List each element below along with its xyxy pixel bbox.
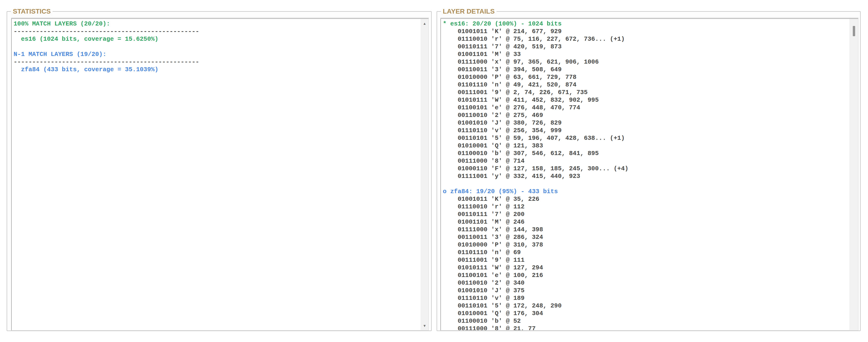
console-line: 01100101 'e' @ 100, 216 xyxy=(443,272,850,279)
console-line: 00110011 '3' @ 394, 508, 649 xyxy=(443,66,850,73)
console-line: 01001101 'M' @ 33 xyxy=(443,51,850,58)
console-line: 01000110 'F' @ 127, 158, 185, 245, 300..… xyxy=(443,165,850,172)
console-line: 00110101 '5' @ 59, 196, 407, 428, 638...… xyxy=(443,134,850,142)
console-line: 01111000 'x' @ 144, 398 xyxy=(443,226,850,233)
statistics-textarea[interactable]: 100% MATCH LAYERS (20/20):--------------… xyxy=(11,18,429,331)
console-line: 01100010 'b' @ 52 xyxy=(443,317,850,325)
statistics-scrollbar[interactable]: ▲ ▼ xyxy=(421,19,428,330)
console-line xyxy=(13,43,421,51)
console-line: 01111000 'x' @ 97, 365, 621, 906, 1006 xyxy=(443,58,850,66)
statistics-panel-title: STATISTICS xyxy=(11,7,53,16)
console-line: 01001011 'K' @ 35, 226 xyxy=(443,195,850,203)
console-line xyxy=(443,180,850,188)
console-line: 00110111 '7' @ 200 xyxy=(443,210,850,218)
console-line: 01010001 'Q' @ 121, 383 xyxy=(443,142,850,149)
console-line: 01001101 'M' @ 246 xyxy=(443,218,850,226)
console-line: 01010000 'P' @ 63, 661, 729, 778 xyxy=(443,73,850,81)
scroll-down-icon: ▼ xyxy=(423,324,426,328)
console-line: 01100101 'e' @ 276, 448, 470, 774 xyxy=(443,104,850,111)
console-line: 01001010 'J' @ 375 xyxy=(443,287,850,294)
layer-details-panel: LAYER DETAILS * es16: 20/20 (100%) - 102… xyxy=(437,11,861,331)
layer-details-scrollbar[interactable] xyxy=(849,19,858,330)
console-line: 01010001 'Q' @ 176, 304 xyxy=(443,310,850,317)
console-line: o zfa84: 19/20 (95%) - 433 bits xyxy=(443,188,850,195)
console-line: 01010000 'P' @ 310, 378 xyxy=(443,241,850,249)
console-line: 01010111 'W' @ 411, 452, 832, 902, 995 xyxy=(443,96,850,104)
console-line: 00111001 '9' @ 111 xyxy=(443,256,850,264)
console-line: 100% MATCH LAYERS (20/20): xyxy=(13,20,421,28)
console-line: 00110011 '3' @ 286, 324 xyxy=(443,233,850,241)
console-line: 01110010 'r' @ 75, 116, 227, 672, 736...… xyxy=(443,35,850,43)
statistics-panel: STATISTICS 100% MATCH LAYERS (20/20):---… xyxy=(7,11,432,331)
layer-details-console-text[interactable]: * es16: 20/20 (100%) - 1024 bits 0100101… xyxy=(441,19,850,330)
console-line: 01001010 'J' @ 380, 726, 829 xyxy=(443,119,850,127)
statistics-console-text[interactable]: 100% MATCH LAYERS (20/20):--------------… xyxy=(12,19,421,330)
console-line: 00111000 '8' @ 714 xyxy=(443,157,850,165)
console-line: * es16: 20/20 (100%) - 1024 bits xyxy=(443,20,850,28)
console-line: 01101110 'n' @ 69 xyxy=(443,249,850,256)
console-line: N-1 MATCH LAYERS (19/20): xyxy=(13,51,421,58)
console-line: 01110110 'v' @ 189 xyxy=(443,294,850,302)
layer-details-textarea[interactable]: * es16: 20/20 (100%) - 1024 bits 0100101… xyxy=(440,18,859,331)
scrollbar-thumb[interactable] xyxy=(853,26,855,36)
console-line: zfa84 (433 bits, coverage = 35.1039%) xyxy=(13,66,421,73)
console-line: 00110010 '2' @ 340 xyxy=(443,279,850,287)
console-line: 00110101 '5' @ 172, 248, 290 xyxy=(443,302,850,310)
console-line: 01110010 'r' @ 112 xyxy=(443,203,850,210)
console-line: 01110110 'v' @ 256, 354, 999 xyxy=(443,127,850,134)
console-line: ----------------------------------------… xyxy=(13,28,421,35)
scroll-up-icon: ▲ xyxy=(423,22,426,26)
scroll-down-button[interactable]: ▼ xyxy=(421,322,428,329)
console-line: 01010111 'W' @ 127, 294 xyxy=(443,264,850,272)
layer-details-panel-title: LAYER DETAILS xyxy=(441,7,497,16)
console-line: 00110111 '7' @ 420, 519, 873 xyxy=(443,43,850,51)
console-line: 01101110 'n' @ 49, 421, 520, 874 xyxy=(443,81,850,89)
console-line: es16 (1024 bits, coverage = 15.6250%) xyxy=(13,35,421,43)
console-line: 01111001 'y' @ 332, 415, 440, 923 xyxy=(443,172,850,180)
console-line: ----------------------------------------… xyxy=(13,58,421,66)
scroll-up-button[interactable]: ▲ xyxy=(421,20,428,27)
console-line: 01001011 'K' @ 214, 677, 929 xyxy=(443,28,850,35)
console-line: 01100010 'b' @ 307, 546, 612, 841, 895 xyxy=(443,149,850,157)
console-line: 00111000 '8' @ 21, 77 xyxy=(443,325,850,330)
console-line: 00111001 '9' @ 2, 74, 226, 671, 735 xyxy=(443,89,850,96)
console-line: 00110010 '2' @ 275, 469 xyxy=(443,111,850,119)
